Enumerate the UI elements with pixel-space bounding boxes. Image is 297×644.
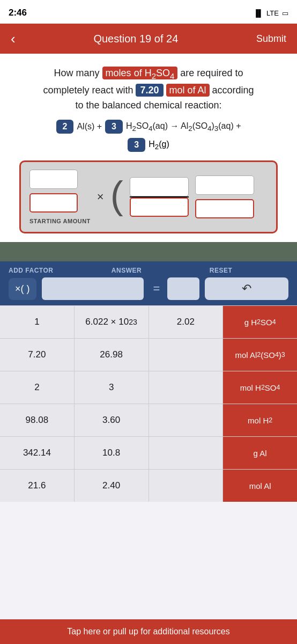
reactant2: H2SO4(aq) → Al2(SO4)3(aq) + (126, 121, 241, 133)
num-cell-2-2[interactable] (149, 371, 224, 404)
starting-amount: STARTING AMOUNT (29, 170, 91, 224)
num-cell-5-1[interactable]: 2.40 (75, 470, 149, 502)
q-line3: to the balanced chemical reaction: (75, 100, 221, 111)
q-space (164, 85, 166, 96)
coeff3-badge: 3 (128, 138, 145, 152)
conversion-top[interactable] (130, 177, 189, 196)
num-row-2: 23mol H2SO4 (0, 371, 297, 404)
num-row-5: 21.62.40mol Al (0, 469, 297, 502)
battery-icon: ▭ (282, 9, 288, 17)
num-cell-3-0[interactable]: 98.08 (0, 404, 75, 436)
result-bottom[interactable] (195, 199, 254, 218)
bottom-banner[interactable]: Tap here or pull up for additional resou… (0, 619, 297, 644)
num-row-0: 16.022 × 10232.02g H2SO4 (0, 305, 297, 338)
num-cell-5-2[interactable] (149, 470, 224, 502)
reactant1: Al(s) + (77, 122, 102, 131)
factor-row: ×( ) = ↶ (0, 277, 297, 305)
product2: H2(g) (148, 140, 169, 151)
reset-label: RESET (153, 267, 288, 274)
equation-line1: 2 Al(s) + 3 H2SO4(aq) → Al2(SO4)3(aq) + (13, 120, 284, 134)
status-icons: ▐▌ LTE ▭ (254, 9, 288, 17)
question-progress: Question 19 of 24 (93, 33, 178, 45)
number-grid: 16.022 × 10232.02g H2SO47.2026.98mol Al2… (0, 305, 297, 502)
mol-al-highlight: mol of Al (166, 84, 210, 97)
num-row-3: 98.083.60mol H2 (0, 404, 297, 436)
num-cell-4-2[interactable] (149, 437, 224, 469)
back-button[interactable]: ‹ (11, 31, 16, 47)
coeff1-badge: 2 (56, 120, 74, 134)
num-row-1: 7.2026.98mol Al2(SO4)3 (0, 338, 297, 371)
num-cell-3-2[interactable] (149, 404, 224, 436)
starting-amount-top[interactable] (29, 170, 78, 189)
open-paren: ( (110, 178, 123, 213)
num-cell-2-3[interactable]: mol H2SO4 (223, 371, 297, 404)
factor-input[interactable] (42, 277, 144, 300)
equals-symbol: = (153, 282, 160, 296)
amount-highlight: 7.20 (136, 84, 163, 97)
conversion-factor (130, 177, 189, 217)
status-bar: 2:46 ▐▌ LTE ▭ (0, 0, 297, 24)
dark-divider (0, 242, 297, 261)
num-cell-0-2[interactable]: 2.02 (149, 306, 224, 338)
q-line1-post: are required to (177, 68, 243, 78)
num-cell-4-3[interactable]: g Al (223, 437, 297, 469)
result-boxes (195, 175, 254, 218)
equation-line2: 3 H2(g) (13, 138, 284, 152)
num-cell-5-3[interactable]: mol Al (223, 470, 297, 502)
num-cell-0-3[interactable]: g H2SO4 (223, 306, 297, 338)
conversion-bottom[interactable] (130, 197, 189, 217)
num-cell-1-1[interactable]: 26.98 (75, 339, 149, 371)
coeff2-badge: 3 (105, 120, 123, 134)
num-cell-0-0[interactable]: 1 (0, 306, 75, 338)
question-area: How many moles of H2SO4 are required to … (0, 54, 297, 242)
bottom-banner-text: Tap here or pull up for additional resou… (67, 627, 229, 636)
num-cell-1-0[interactable]: 7.20 (0, 339, 75, 371)
calculator-area: ADD FACTOR ANSWER RESET ×( ) = ↶ (0, 261, 297, 305)
q-line2-post: according (210, 85, 254, 96)
num-cell-1-2[interactable] (149, 339, 224, 371)
num-cell-2-0[interactable]: 2 (0, 371, 75, 404)
action-labels: ADD FACTOR ANSWER RESET (0, 261, 297, 277)
fraction-builder: STARTING AMOUNT × ( (19, 160, 278, 233)
num-cell-5-0[interactable]: 21.6 (0, 470, 75, 502)
question-text: How many moles of H2SO4 are required to … (13, 65, 284, 113)
lte-label: LTE (266, 9, 279, 17)
h2so4-highlight: moles of H2SO4 (102, 67, 178, 79)
num-cell-3-3[interactable]: mol H2 (223, 404, 297, 436)
starting-amount-label: STARTING AMOUNT (29, 218, 91, 224)
q-line1-pre: How many (54, 68, 102, 78)
bottom-spacer (0, 502, 297, 545)
starting-amount-bottom[interactable] (29, 193, 78, 213)
multiply-symbol: × (97, 190, 104, 204)
status-time: 2:46 (9, 8, 27, 18)
num-cell-4-0[interactable]: 342.14 (0, 437, 75, 469)
header: ‹ Question 19 of 24 Submit (0, 24, 297, 54)
num-cell-1-3[interactable]: mol Al2(SO4)3 (223, 339, 297, 371)
num-cell-2-1[interactable]: 3 (75, 371, 149, 404)
answer-box (167, 277, 199, 300)
num-cell-0-1[interactable]: 6.022 × 1023 (75, 306, 149, 338)
add-factor-button[interactable]: ×( ) (9, 278, 36, 300)
q-line2-pre: completely react with (43, 85, 136, 96)
signal-icon: ▐▌ (254, 9, 263, 17)
add-factor-label: ADD FACTOR (9, 267, 94, 274)
submit-button[interactable]: Submit (256, 33, 286, 45)
num-row-4: 342.1410.8g Al (0, 436, 297, 469)
answer-label: ANSWER (100, 267, 153, 274)
num-cell-4-1[interactable]: 10.8 (75, 437, 149, 469)
reset-button[interactable]: ↶ (205, 277, 288, 300)
num-cell-3-1[interactable]: 3.60 (75, 404, 149, 436)
result-top[interactable] (195, 175, 254, 195)
